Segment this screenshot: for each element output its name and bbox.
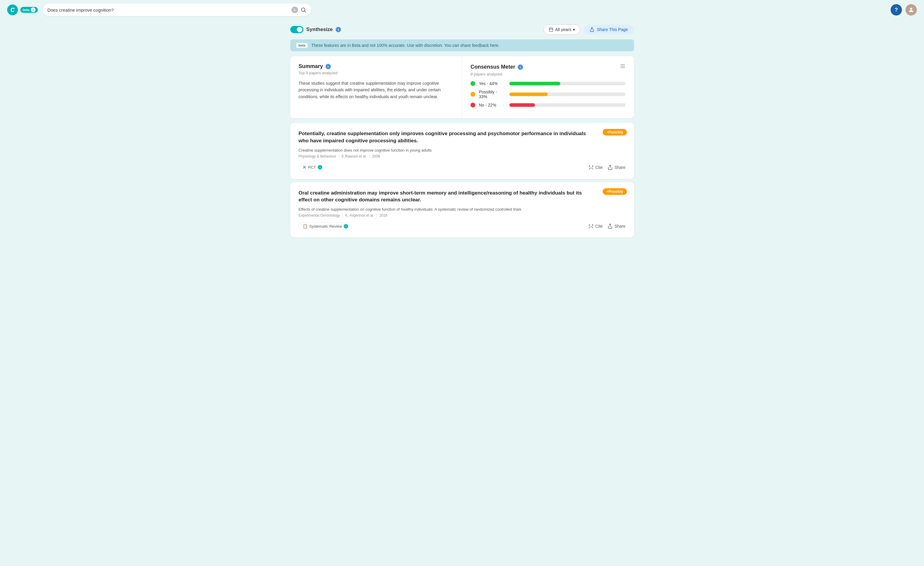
- consensus-label: Possibly - 33%: [479, 90, 506, 99]
- avatar[interactable]: [906, 4, 917, 15]
- consensus-row: Yes - 44%: [471, 81, 626, 86]
- cite-label: Cite: [595, 165, 603, 170]
- chevron-down-icon: ▾: [573, 27, 575, 32]
- search-icon: [300, 7, 306, 13]
- share-button[interactable]: Share: [608, 165, 626, 170]
- beta-tag: beta: [296, 43, 308, 48]
- share-label: Share: [614, 224, 626, 228]
- years-filter-button[interactable]: All years ▾: [544, 24, 580, 35]
- share-button[interactable]: Share: [608, 224, 626, 229]
- years-label: All years: [555, 27, 572, 32]
- consensus-info-icon[interactable]: i: [518, 65, 523, 70]
- rct-info-icon[interactable]: i: [318, 165, 322, 170]
- paper-title: Potentially, creatine supplementation on…: [298, 130, 626, 144]
- consensus-title: Consensus Meter i: [471, 63, 626, 71]
- possibly-badge: +Possibly: [603, 129, 627, 135]
- synthesize-info-icon[interactable]: i: [336, 27, 341, 32]
- help-button[interactable]: ?: [891, 4, 902, 15]
- synthesize-toggle: Synthesize i: [290, 26, 341, 33]
- paper-year: 2008: [372, 154, 380, 158]
- cite-label: Cite: [595, 224, 603, 228]
- paper-tag-systematic-review: 📋 Systematic Review i: [298, 222, 352, 230]
- consensus-filter-icon[interactable]: [620, 63, 626, 71]
- papers-list: +Possibly Potentially, creatine suppleme…: [290, 123, 634, 237]
- toolbar: Synthesize i All years ▾: [290, 24, 634, 35]
- rct-icon: ✕: [303, 165, 306, 170]
- paper-footer: ✕ RCT i Cite: [298, 163, 626, 171]
- paper-journal: Physiology & Behaviour: [298, 154, 336, 158]
- share-page-button[interactable]: Share This Page: [584, 25, 634, 34]
- header-right: ?: [891, 4, 917, 15]
- beta-badge: beta 1: [20, 7, 38, 13]
- summary-body: These studies suggest that creatine supp…: [298, 80, 454, 100]
- cite-button[interactable]: Cite: [588, 165, 603, 170]
- search-submit-button[interactable]: [300, 7, 306, 13]
- logo-area: C beta 1: [7, 5, 38, 15]
- search-input[interactable]: [48, 8, 289, 12]
- cite-icon: [588, 224, 594, 229]
- svg-rect-3: [549, 28, 553, 32]
- consensus-label: No - 22%: [479, 103, 506, 107]
- beta-message: These features are in Beta and not 100% …: [311, 43, 500, 48]
- paper-actions: Cite Share: [588, 224, 626, 229]
- share-icon: [590, 27, 594, 32]
- svg-line-1: [304, 11, 306, 12]
- paper-meta: Experimental Gerontology | K. Avgerinos …: [298, 213, 626, 218]
- paper-card: +Possibly Potentially, creatine suppleme…: [290, 123, 634, 179]
- consensus-subtitle: 9 papers analyzed: [471, 72, 626, 77]
- paper-meta: Physiology & Behaviour | E.Rawson et al.…: [298, 154, 626, 158]
- sys-review-label: Systematic Review: [309, 224, 342, 228]
- sys-review-icon: 📋: [303, 224, 308, 228]
- paper-share-icon: [608, 165, 613, 170]
- paper-title: Oral creatine administration may improve…: [298, 189, 626, 204]
- consensus-dot: [471, 81, 475, 86]
- paper-tag-rct: ✕ RCT i: [298, 163, 326, 171]
- summary-title: Summary i: [298, 63, 454, 69]
- consensus-dot: [471, 92, 475, 97]
- header: C beta 1 ✕ ?: [0, 0, 924, 20]
- consensus-label: Yes - 44%: [479, 81, 506, 86]
- paper-actions: Cite Share: [588, 165, 626, 170]
- share-label: Share: [614, 165, 626, 170]
- synthesize-switch[interactable]: [290, 26, 303, 33]
- paper-authors: E.Rawson et al.: [342, 154, 367, 158]
- consensus-bar-fill: [509, 93, 548, 96]
- paper-journal: Experimental Gerontology: [298, 213, 340, 218]
- synthesize-label: Synthesize: [306, 27, 333, 33]
- consensus-card: Consensus Meter i 9 papers analyzed Yes …: [462, 56, 634, 118]
- consensus-row: No - 22%: [471, 103, 626, 107]
- summary-info-icon[interactable]: i: [326, 64, 331, 69]
- search-clear-button[interactable]: ✕: [291, 7, 298, 13]
- rct-label: RCT: [308, 165, 316, 170]
- paper-year: 2018: [379, 213, 387, 218]
- calendar-icon: [549, 27, 554, 32]
- cite-icon: [588, 165, 594, 170]
- main-content: Synthesize i All years ▾: [283, 20, 641, 246]
- cards-row: Summary i Top 9 papers analyzed These st…: [290, 56, 634, 118]
- beta-label: beta: [22, 8, 30, 12]
- avatar-icon: [908, 7, 915, 13]
- consensus-row: Possibly - 33%: [471, 90, 626, 99]
- sys-review-info-icon[interactable]: i: [344, 224, 348, 228]
- summary-subtitle: Top 9 papers analyzed: [298, 71, 454, 75]
- consensus-bars: Yes - 44%Possibly - 33%No - 22%: [471, 81, 626, 107]
- paper-authors: K. Avgerinos et al.: [345, 213, 374, 218]
- paper-subtitle: Creatine supplementation does not improv…: [298, 148, 626, 152]
- beta-count: 1: [31, 8, 36, 12]
- possibly-badge: +Possibly: [603, 188, 627, 195]
- toolbar-right: All years ▾ Share This Page: [544, 24, 634, 35]
- summary-card: Summary i Top 9 papers analyzed These st…: [290, 56, 462, 118]
- svg-point-2: [910, 8, 912, 10]
- share-label: Share This Page: [597, 27, 628, 32]
- search-bar[interactable]: ✕: [43, 4, 311, 16]
- paper-card: +Possibly Oral creatine administration m…: [290, 182, 634, 237]
- cite-button[interactable]: Cite: [588, 224, 603, 229]
- consensus-dot: [471, 103, 475, 107]
- paper-footer: 📋 Systematic Review i Cite: [298, 222, 626, 230]
- consensus-bar-track: [509, 103, 626, 107]
- beta-banner: beta These features are in Beta and not …: [290, 39, 634, 51]
- paper-subtitle: Effects of creatine supplementation on c…: [298, 207, 626, 212]
- consensus-bar-track: [509, 82, 626, 86]
- consensus-bar-fill: [509, 82, 560, 86]
- consensus-bar-fill: [509, 103, 535, 107]
